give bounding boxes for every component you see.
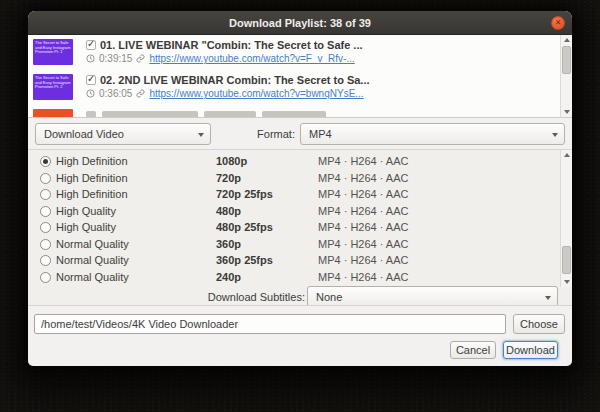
chevron-down-icon (198, 133, 204, 137)
titlebar[interactable]: Download Playlist: 38 of 39 ✕ (28, 11, 572, 35)
chevron-down-icon (552, 133, 558, 137)
obscured-title-text (86, 111, 326, 118)
quality-codec: MP4 · H264 · AAC (318, 188, 408, 200)
video-list-scrollbar[interactable] (560, 35, 572, 117)
download-mode-value: Download Video (44, 128, 124, 140)
quality-label: High Quality (56, 205, 116, 217)
quality-row[interactable]: Normal Quality 240p MP4 · H264 · AAC (28, 269, 558, 285)
video-item-1[interactable]: The Secret to Safe and Easy Instagram Pr… (28, 39, 559, 69)
video-item-2[interactable]: The Secret to Safe and Easy Instagram Pr… (28, 74, 559, 104)
format-select[interactable]: MP4 (300, 123, 565, 145)
radio-button[interactable] (40, 173, 51, 184)
close-icon[interactable]: ✕ (551, 16, 565, 30)
quality-row[interactable]: Normal Quality 360p 25fps MP4 · H264 · A… (28, 252, 558, 268)
scroll-up-icon[interactable] (561, 150, 572, 160)
video-thumbnail: The Secret to Safe and Easy Instagram Pr… (33, 74, 73, 100)
quality-codec: MP4 · H264 · AAC (318, 172, 408, 184)
quality-resolution: 240p (216, 271, 241, 283)
video-item-3-partial[interactable] (28, 109, 559, 118)
quality-codec: MP4 · H264 · AAC (318, 271, 408, 283)
video-duration: 0:36:05 (99, 88, 132, 99)
video-thumbnail (33, 109, 73, 118)
chevron-down-icon (545, 296, 551, 300)
radio-button[interactable] (40, 206, 51, 217)
quality-resolution: 480p 25fps (216, 221, 273, 233)
quality-row[interactable]: High Definition 720p MP4 · H264 · AAC (28, 170, 558, 186)
quality-row[interactable]: Normal Quality 360p MP4 · H264 · AAC (28, 236, 558, 252)
video-url-link[interactable]: https://www.youtube.com/watch?v=F_v_Rfv-… (149, 53, 354, 64)
output-path-input[interactable] (34, 314, 506, 334)
scroll-down-icon[interactable] (561, 277, 572, 287)
subtitles-select[interactable]: None (307, 286, 558, 306)
quality-codec: MP4 · H264 · AAC (318, 254, 408, 266)
download-playlist-dialog: Download Playlist: 38 of 39 ✕ The Secret… (28, 11, 572, 366)
quality-codec: MP4 · H264 · AAC (318, 238, 408, 250)
download-mode-select[interactable]: Download Video (35, 123, 211, 145)
link-icon (136, 54, 145, 63)
video-url-link[interactable]: https://www.youtube.com/watch?v=bwnqNYsE… (149, 88, 363, 99)
scrollbar-thumb[interactable] (562, 46, 571, 74)
scrollbar-thumb[interactable] (562, 246, 571, 274)
download-button[interactable]: Download (503, 341, 558, 359)
scroll-up-icon[interactable] (561, 35, 572, 45)
download-subtitles-label: Download Subtitles: (208, 291, 305, 303)
quality-label: High Quality (56, 221, 116, 233)
quality-label: Normal Quality (56, 271, 129, 283)
quality-list-scrollbar[interactable] (560, 150, 572, 287)
download-options-bar: Download Video Format: MP4 (28, 118, 572, 150)
dialog-actions: Cancel Download (28, 341, 572, 365)
video-checkbox[interactable] (86, 40, 96, 50)
quality-codec: MP4 · H264 · AAC (318, 205, 408, 217)
radio-button[interactable] (40, 156, 51, 167)
scroll-down-icon[interactable] (561, 107, 572, 117)
quality-options-list: High Definition 1080p MP4 · H264 · AAC H… (28, 150, 572, 306)
playlist-video-list: The Secret to Safe and Easy Instagram Pr… (28, 35, 572, 118)
clock-icon (86, 54, 95, 63)
quality-resolution: 360p (216, 238, 241, 250)
quality-label: Normal Quality (56, 254, 129, 266)
radio-button[interactable] (40, 189, 51, 200)
cancel-button[interactable]: Cancel (450, 341, 496, 359)
quality-codec: MP4 · H264 · AAC (318, 221, 408, 233)
quality-resolution: 480p (216, 205, 241, 217)
quality-row[interactable]: High Quality 480p MP4 · H264 · AAC (28, 203, 558, 219)
quality-resolution: 720p (216, 172, 241, 184)
link-icon (136, 89, 145, 98)
format-value: MP4 (309, 128, 332, 140)
subtitles-value: None (316, 291, 342, 303)
dialog-title: Download Playlist: 38 of 39 (229, 17, 371, 29)
quality-codec: MP4 · H264 · AAC (318, 155, 408, 167)
quality-row[interactable]: High Quality 480p 25fps MP4 · H264 · AAC (28, 219, 558, 235)
format-label: Format: (243, 128, 295, 140)
clock-icon (86, 89, 95, 98)
quality-resolution: 1080p (216, 155, 247, 167)
video-thumbnail: The Secret to Safe and Easy Instagram Pr… (33, 39, 73, 65)
video-duration: 0:39:15 (99, 53, 132, 64)
radio-button[interactable] (40, 255, 51, 266)
video-title: 01. LIVE WEBINAR "Combin: The Secret to … (100, 39, 363, 51)
quality-resolution: 360p 25fps (216, 254, 273, 266)
quality-row[interactable]: High Definition 1080p MP4 · H264 · AAC (28, 153, 558, 169)
video-title: 02. 2ND LIVE WEBINAR Combin: The Secret … (100, 74, 370, 86)
radio-button[interactable] (40, 272, 51, 283)
quality-label: High Definition (56, 172, 128, 184)
quality-resolution: 720p 25fps (216, 188, 273, 200)
quality-label: High Definition (56, 188, 128, 200)
quality-label: High Definition (56, 155, 128, 167)
video-checkbox[interactable] (86, 75, 96, 85)
quality-label: Normal Quality (56, 238, 129, 250)
quality-row[interactable]: High Definition 720p 25fps MP4 · H264 · … (28, 186, 558, 202)
radio-button[interactable] (40, 239, 51, 250)
choose-button[interactable]: Choose (513, 314, 565, 334)
radio-button[interactable] (40, 222, 51, 233)
output-path-bar: Choose (28, 306, 572, 341)
